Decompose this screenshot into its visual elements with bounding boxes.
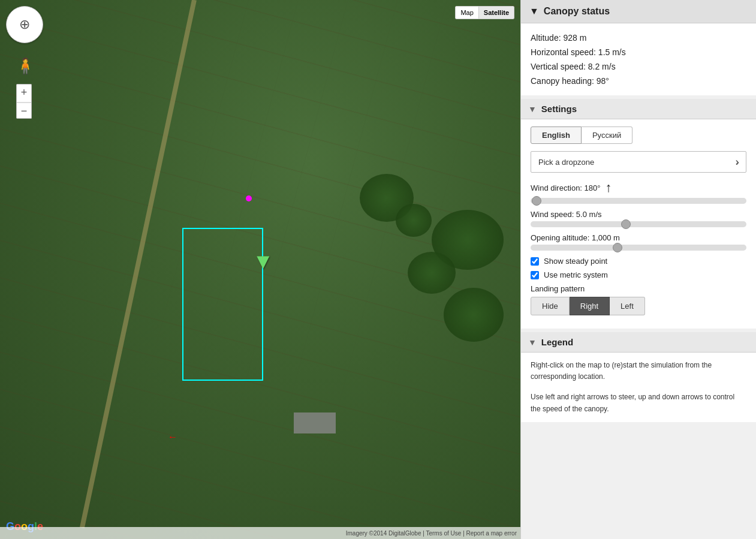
tree-cluster bbox=[408, 252, 456, 294]
right-panel: ▼ Canopy status Altitude: 928 m Horizont… bbox=[520, 0, 756, 539]
map-road bbox=[80, 0, 197, 528]
altitude-label: Altitude: 928 m bbox=[531, 31, 746, 45]
nav-control[interactable]: ⊕ bbox=[6, 6, 43, 43]
legend-section: ▼ Legend Right-click on the map to (re)s… bbox=[521, 332, 756, 422]
tree-cluster bbox=[444, 288, 504, 342]
wind-direction-label: Wind direction: 180° ↑ bbox=[531, 180, 746, 195]
legend-title: Legend bbox=[541, 337, 573, 347]
use-metric-checkbox[interactable] bbox=[531, 271, 539, 279]
wind-direction-slider[interactable] bbox=[531, 198, 746, 204]
tree-cluster bbox=[396, 204, 432, 237]
settings-header[interactable]: ▼ Settings bbox=[521, 99, 756, 119]
zoom-out-button[interactable]: − bbox=[16, 103, 32, 119]
wind-speed-row: Wind speed: 5.0 m/s bbox=[531, 210, 746, 227]
opening-altitude-label: Opening altitude: 1,000 m bbox=[531, 233, 746, 242]
wind-speed-slider[interactable] bbox=[531, 221, 746, 227]
pattern-buttons: Hide Right Left bbox=[531, 297, 746, 315]
english-button[interactable]: English bbox=[531, 127, 582, 144]
magenta-dot bbox=[246, 195, 252, 201]
language-buttons: English Русский bbox=[531, 127, 746, 144]
zoom-in-button[interactable]: + bbox=[16, 84, 32, 100]
use-metric-row: Use metric system bbox=[531, 270, 746, 279]
map-type-control: Map Satellite bbox=[455, 6, 514, 19]
collapse-icon: ▼ bbox=[529, 6, 539, 17]
map-button[interactable]: Map bbox=[456, 7, 478, 19]
red-arrow: ← bbox=[168, 432, 180, 436]
legend-header[interactable]: ▼ Legend bbox=[521, 332, 756, 353]
opening-altitude-thumb[interactable] bbox=[613, 243, 622, 252]
map-footer: Imagery ©2014 DigitalGlobe | Terms of Us… bbox=[0, 527, 520, 539]
show-steady-point-row: Show steady point bbox=[531, 257, 746, 266]
canopy-status-body: Altitude: 928 m Horizontal speed: 1.5 m/… bbox=[521, 23, 756, 95]
wind-direction-thumb[interactable] bbox=[532, 196, 541, 206]
wind-speed-thumb[interactable] bbox=[621, 219, 631, 229]
horizontal-speed-label: Horizontal speed: 1.5 m/s bbox=[531, 45, 746, 59]
settings-collapse-icon: ▼ bbox=[528, 104, 537, 114]
pattern-hide-button[interactable]: Hide bbox=[531, 297, 570, 315]
settings-section: ▼ Settings English Русский Pick a dropzo… bbox=[521, 99, 756, 329]
map-area[interactable]: ▼ ← Map Satellite ⊕ 🧍 + − Google Imagery… bbox=[0, 0, 520, 539]
zoom-controls: + − bbox=[16, 84, 32, 119]
settings-body: English Русский Pick a dropzone› Wind di… bbox=[521, 119, 756, 329]
footer-text: Imagery ©2014 DigitalGlobe | Terms of Us… bbox=[346, 530, 517, 537]
vertical-speed-label: Vertical speed: 8.2 m/s bbox=[531, 59, 746, 74]
wind-direction-row: Wind direction: 180° ↑ bbox=[531, 180, 746, 204]
landing-pattern-label: Landing pattern bbox=[531, 284, 746, 293]
opening-altitude-row: Opening altitude: 1,000 m bbox=[531, 233, 746, 251]
pattern-left-button[interactable]: Left bbox=[610, 297, 645, 315]
canopy-status-title: Canopy status bbox=[544, 6, 610, 17]
dropzone-button[interactable]: Pick a dropzone› bbox=[531, 151, 746, 173]
show-steady-point-label: Show steady point bbox=[544, 257, 607, 266]
landing-zone bbox=[182, 228, 263, 381]
landing-pattern-row: Landing pattern Hide Right Left bbox=[531, 284, 746, 315]
canopy-status-section: ▼ Canopy status Altitude: 928 m Horizont… bbox=[521, 0, 756, 95]
settings-title: Settings bbox=[541, 104, 577, 114]
wind-arrow-icon: ↑ bbox=[605, 180, 612, 195]
opening-altitude-slider[interactable] bbox=[531, 245, 746, 251]
show-steady-point-checkbox[interactable] bbox=[531, 257, 539, 266]
map-building bbox=[294, 412, 336, 433]
canopy-heading-label: Canopy heading: 98° bbox=[531, 74, 746, 88]
russian-button[interactable]: Русский bbox=[582, 127, 632, 144]
legend-collapse-icon: ▼ bbox=[528, 338, 537, 347]
person-icon[interactable]: 🧍 bbox=[16, 57, 35, 76]
canopy-status-header[interactable]: ▼ Canopy status bbox=[521, 0, 756, 23]
legend-text-1: Right-click on the map to (re)start the … bbox=[531, 360, 746, 383]
pattern-right-button[interactable]: Right bbox=[570, 297, 610, 315]
satellite-button[interactable]: Satellite bbox=[479, 7, 514, 19]
legend-text-2: Use left and right arrows to steer, up a… bbox=[531, 392, 746, 414]
use-metric-label: Use metric system bbox=[544, 270, 608, 279]
wind-speed-label: Wind speed: 5.0 m/s bbox=[531, 210, 746, 219]
legend-body: Right-click on the map to (re)start the … bbox=[521, 353, 756, 422]
dropzone-wrapper: Pick a dropzone› bbox=[531, 151, 746, 173]
